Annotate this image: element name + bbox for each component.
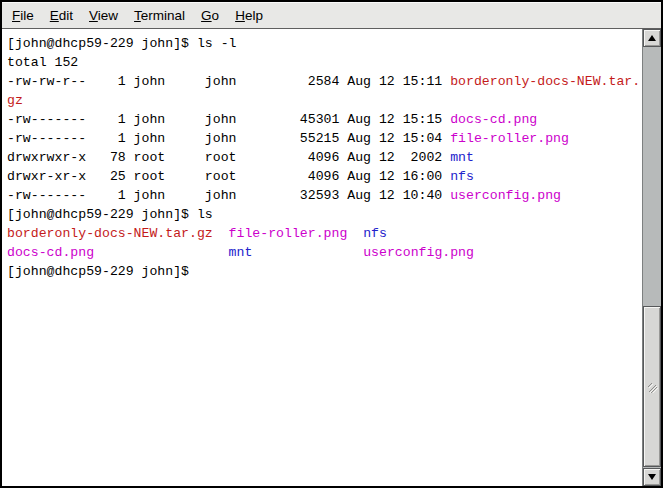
- menu-go[interactable]: Go: [193, 4, 227, 27]
- terminal-line: -rw------- 1 john john 45301 Aug 12 15:1…: [7, 110, 642, 129]
- arrow-up-icon: [648, 35, 656, 41]
- terminal-line: -rw------- 1 john john 32593 Aug 12 10:4…: [7, 186, 642, 205]
- terminal-line: drwxrwxr-x 78 root root 4096 Aug 12 2002…: [7, 148, 642, 167]
- menu-terminal[interactable]: Terminal: [126, 4, 193, 27]
- terminal-line: -rw-rw-r-- 1 john john 2584 Aug 12 15:11…: [7, 72, 642, 91]
- scrollbar[interactable]: [642, 29, 661, 486]
- terminal-line: [john@dhcp59-229 john]$ ls: [7, 205, 642, 224]
- terminal-line: [john@dhcp59-229 john]$ ls -l: [7, 34, 642, 53]
- menu-help[interactable]: Help: [227, 4, 271, 27]
- terminal-line: -rw------- 1 john john 55215 Aug 12 15:0…: [7, 129, 642, 148]
- arrow-down-icon: [648, 474, 656, 480]
- terminal-line: gz: [7, 91, 642, 110]
- terminal-line: drwxr-xr-x 25 root root 4096 Aug 12 16:0…: [7, 167, 642, 186]
- menu-file[interactable]: File: [4, 4, 42, 27]
- grip-icon: [646, 381, 658, 393]
- terminal-line: total 152: [7, 53, 642, 72]
- terminal-line: docs-cd.png mnt userconfig.png: [7, 243, 642, 262]
- menu-view[interactable]: View: [81, 4, 126, 27]
- scrollbar-thumb[interactable]: [643, 306, 661, 467]
- terminal-screen[interactable]: [john@dhcp59-229 john]$ ls -ltotal 152-r…: [2, 29, 642, 486]
- menu-edit[interactable]: Edit: [42, 4, 81, 27]
- menu-bar: FileEditViewTerminalGoHelp: [2, 2, 661, 29]
- terminal-window: FileEditViewTerminalGoHelp [john@dhcp59-…: [0, 0, 663, 488]
- scroll-down-button[interactable]: [643, 468, 661, 486]
- terminal-line: [john@dhcp59-229 john]$: [7, 262, 642, 281]
- scroll-up-button[interactable]: [643, 29, 661, 47]
- terminal-line: borderonly-docs-NEW.tar.gz file-roller.p…: [7, 224, 642, 243]
